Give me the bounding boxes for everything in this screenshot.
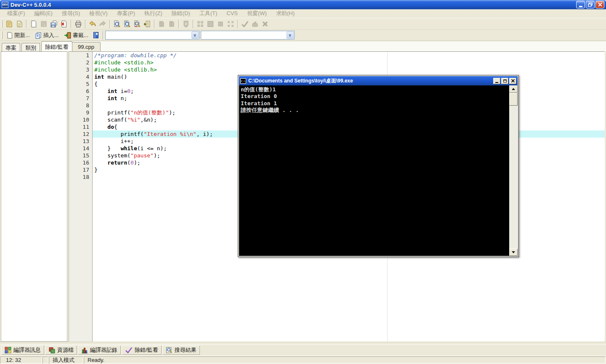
open-button[interactable] <box>14 19 24 29</box>
code-line-2[interactable]: #include <stdio.h> <box>93 59 605 66</box>
left-tab-3[interactable]: 除錯/監看 <box>41 41 72 51</box>
console-maximize-button[interactable] <box>501 78 508 84</box>
tab-99cpp[interactable]: 99.cpp <box>72 42 101 51</box>
chevron-down-icon[interactable]: v <box>191 32 199 39</box>
console-title-bar[interactable]: C:\ C:\Documents and Settings\toyi\桌面\99… <box>239 76 518 85</box>
insert-dialog-button[interactable]: 插入... <box>32 31 61 40</box>
compiler-combo[interactable]: v <box>105 31 199 40</box>
menu-item-5[interactable]: 專案(P) <box>113 10 141 17</box>
close-button[interactable] <box>595 1 604 8</box>
package-button[interactable] <box>250 19 260 29</box>
line-number: 6 <box>69 88 92 95</box>
bookmark-dialog-label: 書籤... <box>73 32 88 39</box>
resources-button[interactable]: 資源檔 <box>45 345 77 355</box>
menu-item-1[interactable]: 檔案(F) <box>3 10 31 17</box>
search-results-button[interactable]: 搜尋結果 <box>162 345 200 355</box>
toolbar-gripper[interactable] <box>1 20 3 28</box>
save-button[interactable] <box>49 19 59 29</box>
rebuild-button[interactable] <box>205 19 215 29</box>
line-number: 5 <box>69 80 92 88</box>
bookmark-dialog-button[interactable]: 書籤... <box>61 31 91 40</box>
report-toolbar: 編譯器訊息 資源檔 編譯器記錄 除錯/監看 搜尋結果 <box>0 344 606 356</box>
compiler-log-button[interactable]: 編譯器記錄 <box>78 345 121 355</box>
debug-watch-panel[interactable] <box>1 51 67 342</box>
menu-item-6[interactable]: 執行(Z) <box>141 10 168 17</box>
template-button[interactable] <box>39 19 49 29</box>
redo-button[interactable] <box>98 19 108 29</box>
code-segment: 0 <box>127 88 130 94</box>
console-window[interactable]: C:\ C:\Documents and Settings\toyi\桌面\99… <box>238 75 519 257</box>
replace-button[interactable] <box>132 19 142 29</box>
class-combo[interactable]: v <box>201 31 295 40</box>
find-next-button[interactable] <box>122 19 132 29</box>
menu-item-2[interactable]: 編輯(E) <box>31 10 58 17</box>
code-segment: "n的值(整數)" <box>130 109 169 116</box>
scroll-down-button[interactable] <box>509 249 518 256</box>
print-button[interactable] <box>73 19 83 29</box>
new-project-button[interactable] <box>4 19 14 29</box>
code-segment <box>94 124 107 130</box>
secondary-toolbar: 開新... 插入... 書籤... v v <box>0 30 606 41</box>
menu-item-7[interactable]: 除錯(D) <box>168 10 196 17</box>
left-tab-2[interactable]: 類別 <box>21 43 40 51</box>
status-insert-mode: 插入模式 <box>49 356 83 364</box>
menu-item-10[interactable]: 視窗(W) <box>243 10 272 17</box>
find-button[interactable] <box>112 19 122 29</box>
undo-button[interactable] <box>88 19 98 29</box>
close-file-button[interactable] <box>59 19 69 29</box>
compile-button[interactable] <box>157 19 167 29</box>
menu-item-4[interactable]: 檢視(V) <box>85 10 113 17</box>
menu-item-9[interactable]: CVS <box>223 10 243 16</box>
debug-watch-check-icon <box>125 347 133 353</box>
code-line-3[interactable]: #include <stdlib.h> <box>93 66 605 73</box>
scroll-up-button[interactable] <box>509 85 518 93</box>
compiler-messages-button[interactable]: 編譯器訊息 <box>1 345 44 355</box>
console-minimize-button[interactable] <box>493 78 500 84</box>
code-segment: /*program: dowhile.cpp */ <box>94 52 177 58</box>
menu-item-11[interactable]: 求助(H) <box>272 10 300 17</box>
compile-run-button[interactable] <box>195 19 205 29</box>
console-output[interactable]: n的值(整數)1Iteration 0Iteration 1請按任意鍵繼續 . … <box>239 85 509 256</box>
code-segment: ,&n); <box>141 117 157 123</box>
console-title: C:\Documents and Settings\toyi\桌面\99.exe <box>248 77 492 85</box>
left-tab-1[interactable]: 專案 <box>2 43 20 51</box>
console-close-button[interactable] <box>509 78 516 84</box>
toolbar-separator <box>26 20 27 28</box>
new-source-button[interactable] <box>29 19 39 29</box>
toolbar-gripper[interactable] <box>1 32 3 39</box>
code-segment: ( <box>127 159 130 166</box>
code-segment: { <box>114 124 117 130</box>
code-segment: scanf( <box>94 117 127 123</box>
clean-button[interactable] <box>226 19 236 29</box>
scrollbar-thumb[interactable] <box>509 93 518 106</box>
close-icon <box>511 79 515 82</box>
help-book-button[interactable] <box>91 31 101 40</box>
abort-button[interactable] <box>260 19 270 29</box>
syntax-check-button[interactable] <box>240 19 250 29</box>
devcpp-window: DEV Dev-C++ 5.0.0.4 檔案(F)編輯(E)搜尋(S)檢視(V)… <box>0 0 606 364</box>
debug-watch-button[interactable]: 除錯/監看 <box>122 345 162 355</box>
status-empty <box>43 356 48 364</box>
line-number: 3 <box>69 66 92 73</box>
code-line-1[interactable]: /*program: dowhile.cpp */ <box>93 52 605 59</box>
goto-line-button[interactable] <box>142 19 152 29</box>
compiler-messages-icon <box>5 347 11 353</box>
debug-button[interactable] <box>181 19 191 29</box>
syntax-check-icon <box>241 21 249 27</box>
compile-current-button[interactable] <box>167 19 177 29</box>
new-dialog-button[interactable]: 開新... <box>4 31 32 40</box>
code-segment: (i <= n); <box>137 145 167 151</box>
find-icon <box>113 20 121 28</box>
minimize-icon <box>579 6 582 7</box>
toolbar-separator <box>71 20 72 28</box>
menu-item-3[interactable]: 搜尋(S) <box>58 10 85 17</box>
console-scrollbar[interactable] <box>509 85 518 256</box>
minimize-button[interactable] <box>576 1 585 8</box>
menu-item-8[interactable]: 工具(T) <box>196 10 223 17</box>
restore-button[interactable] <box>586 1 595 8</box>
chevron-down-icon[interactable]: v <box>287 32 294 39</box>
search-results-icon <box>166 347 173 353</box>
run-button[interactable] <box>215 19 226 29</box>
window-controls <box>576 1 604 8</box>
restore-icon <box>588 3 593 7</box>
